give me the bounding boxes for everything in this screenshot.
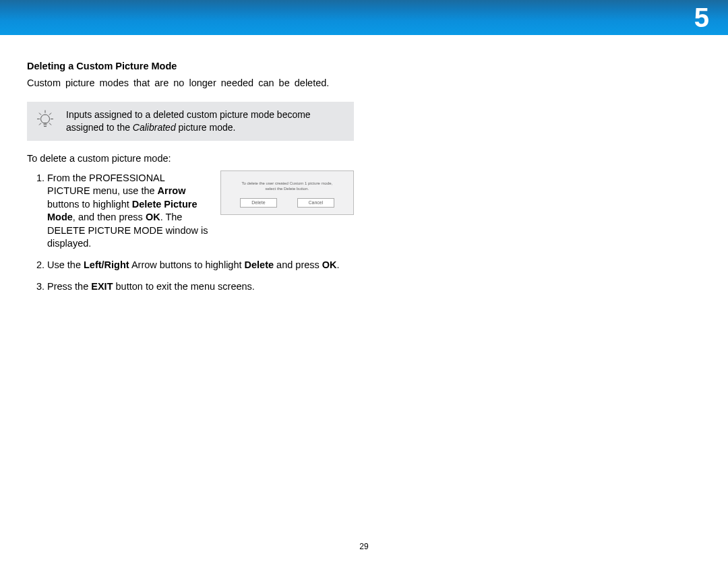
svg-line-7 <box>39 123 41 125</box>
s2-ok: OK <box>322 259 337 270</box>
section-heading: Deleting a Custom Picture Mode <box>27 61 354 71</box>
step-1: From the PROFESSIONAL PICTURE menu, use … <box>47 172 354 251</box>
svg-line-5 <box>39 113 41 115</box>
s1c: , and then press <box>73 212 146 222</box>
chapter-band: 5 <box>0 0 728 35</box>
dialog-cancel-button: Cancel <box>297 198 334 207</box>
svg-point-0 <box>41 115 50 123</box>
lightbulb-icon <box>35 108 55 133</box>
dialog-delete-button: Delete <box>240 198 277 207</box>
s2d: . <box>337 259 340 270</box>
step-2: Use the Left/Right Arrow buttons to high… <box>47 259 354 272</box>
s2b: Arrow buttons to highlight <box>129 259 245 270</box>
lead-text: To delete a custom picture mode: <box>27 153 354 164</box>
s1b: buttons to highlight <box>47 199 132 210</box>
svg-line-8 <box>49 123 51 125</box>
note-text-em: Calibrated <box>133 122 176 133</box>
dialog-msg2: select the Delete button. <box>228 186 346 191</box>
s3-exit: EXIT <box>91 281 113 292</box>
s3a: Press the <box>47 281 91 292</box>
s1-arrow: Arrow <box>158 185 186 196</box>
s2c: and press <box>274 259 322 270</box>
s2-del: Delete <box>245 259 274 270</box>
intro-text: Custom picture modes that are no longer … <box>27 77 354 90</box>
steps-list: From the PROFESSIONAL PICTURE menu, use … <box>27 172 354 294</box>
note-callout: Inputs assigned to a deleted custom pict… <box>27 102 354 141</box>
page-number: 29 <box>0 542 728 551</box>
s1-ok: OK <box>146 212 160 222</box>
s3b: button to exit the menu screens. <box>113 281 255 292</box>
note-text-b: picture mode. <box>176 122 236 133</box>
dialog-msg1: To delete the user created Custom 1 pict… <box>228 181 346 186</box>
s2-lr: Left/Right <box>84 259 129 270</box>
s1a: From the PROFESSIONAL PICTURE menu, use … <box>47 173 164 197</box>
chapter-number: 5 <box>694 3 709 33</box>
svg-line-6 <box>49 113 51 115</box>
delete-dialog: To delete the user created Custom 1 pict… <box>220 170 354 215</box>
s2a: Use the <box>47 259 84 270</box>
body-content: Deleting a Custom Picture Mode Custom pi… <box>0 35 381 293</box>
step-3: Press the EXIT button to exit the menu s… <box>47 280 354 294</box>
